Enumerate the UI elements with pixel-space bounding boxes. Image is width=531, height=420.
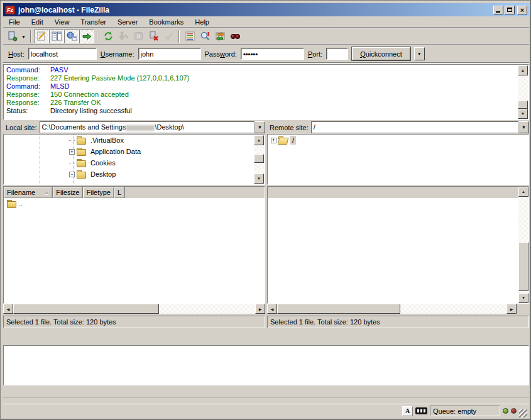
- menu-item[interactable]: Edit: [26, 18, 49, 26]
- menu-item[interactable]: Server: [112, 18, 143, 26]
- transfer-queue-header: [3, 333, 529, 345]
- scroll-down-icon[interactable]: ▼: [518, 293, 528, 303]
- toolbar-separator: [30, 30, 31, 43]
- menu-item[interactable]: Bookmarks: [143, 18, 189, 26]
- toggle-local-tree-button[interactable]: [49, 30, 64, 43]
- scrollbar-thumb[interactable]: [518, 242, 528, 291]
- local-directory-tree: .VirtualBox + Application Data Cookies -…: [3, 134, 265, 185]
- quickconnect-button[interactable]: Quickconnect: [352, 47, 410, 60]
- column-header[interactable]: Filename ▲: [4, 187, 53, 198]
- scrollbar-thumb[interactable]: [13, 304, 159, 314]
- scroll-up-icon[interactable]: ▲: [254, 135, 264, 145]
- folder-icon: [77, 170, 86, 179]
- tree-expander[interactable]: +: [69, 149, 75, 155]
- chevron-down-icon[interactable]: ▼: [255, 121, 265, 133]
- port-input[interactable]: [326, 48, 348, 60]
- menu-item[interactable]: File: [3, 18, 26, 26]
- tree-expander[interactable]: +: [271, 138, 276, 143]
- tree-item[interactable]: + /: [268, 135, 528, 146]
- local-site-path: C:\Documents and Settings\Desktop\: [40, 121, 255, 133]
- ..[interactable]: ..: [4, 198, 265, 209]
- tree-expander[interactable]: [69, 140, 75, 141]
- status-bar: A Queue: empty: [3, 404, 529, 417]
- close-icon: ×: [518, 6, 527, 14]
- message-log: Command: PASV Response: 227 Entering Pas…: [3, 64, 529, 120]
- host-input[interactable]: [28, 48, 97, 60]
- remote-list-hscrollbar[interactable]: ◀ ▶: [267, 304, 517, 314]
- remote-site-combo[interactable]: / ▼: [311, 121, 529, 133]
- quickconnect-dropdown[interactable]: ▼: [414, 47, 425, 60]
- scroll-right-icon[interactable]: ▶: [255, 304, 265, 314]
- toggle-transfer-queue-button[interactable]: [79, 30, 94, 43]
- scrollbar-thumb[interactable]: [277, 304, 400, 314]
- username-label: Username:: [101, 50, 134, 58]
- menu-item[interactable]: Transfer: [75, 18, 112, 26]
- log-scrollbar[interactable]: ▲ ▼: [518, 65, 528, 119]
- scroll-up-icon[interactable]: ▲: [518, 187, 528, 197]
- site-manager-button[interactable]: [4, 30, 19, 43]
- column-header[interactable]: Filesize ▲: [53, 187, 83, 198]
- site-manager-dropdown[interactable]: ▼: [19, 30, 28, 43]
- transfer-queue-list[interactable]: [3, 345, 529, 385]
- toolbar: ▼: [3, 29, 529, 44]
- remote-list-scrollbar[interactable]: ▲ ▼: [518, 187, 528, 303]
- ascii-type-icon: A: [402, 406, 413, 416]
- tree-expander[interactable]: -: [69, 172, 75, 177]
- disconnect-button[interactable]: [146, 30, 161, 43]
- scroll-down-icon[interactable]: ▼: [254, 174, 264, 184]
- log-line: Response: 227 Entering Passive Mode (127…: [4, 74, 518, 82]
- remote-site-label: Remote site:: [267, 124, 311, 131]
- refresh-button[interactable]: [101, 30, 116, 43]
- cancel-operation-button[interactable]: [131, 30, 146, 43]
- tree-item[interactable]: .VirtualBox: [4, 135, 265, 146]
- scrollbar-thumb[interactable]: [254, 154, 264, 163]
- reconnect-button[interactable]: [161, 30, 176, 43]
- local-site-combo[interactable]: C:\Documents and Settings\Desktop\ ▼: [40, 121, 265, 133]
- speed-limit-icon: [415, 407, 427, 414]
- tree-expander[interactable]: [69, 163, 75, 163]
- menu-item[interactable]: Help: [189, 18, 215, 26]
- scrollbar-thumb[interactable]: [518, 101, 528, 109]
- local-tree-scrollbar[interactable]: ▲ ▼: [254, 135, 264, 184]
- menu-item[interactable]: View: [49, 18, 75, 26]
- folder-icon: [77, 147, 86, 156]
- remote-site-row: Remote site: / ▼: [267, 121, 529, 133]
- scroll-left-icon[interactable]: ◀: [3, 304, 13, 314]
- log-line: Response: 226 Transfer OK: [4, 99, 518, 107]
- toggle-message-log-button[interactable]: [34, 30, 49, 43]
- tree-item[interactable]: Cookies: [4, 157, 265, 169]
- maximize-button[interactable]: [505, 6, 515, 14]
- directory-comparison-button[interactable]: [197, 30, 212, 43]
- app-icon: Fz: [5, 6, 15, 14]
- window-title: john@localhost - FileZilla: [18, 6, 492, 14]
- process-queue-button[interactable]: [116, 30, 131, 43]
- username-input[interactable]: [138, 48, 201, 60]
- minimize-icon: [496, 11, 500, 13]
- scroll-right-icon[interactable]: ▶: [506, 304, 517, 314]
- resize-grip[interactable]: [519, 409, 527, 417]
- local-list-hscrollbar[interactable]: ◀ ▶: [3, 304, 265, 314]
- title-bar[interactable]: Fz john@localhost - FileZilla ×: [3, 3, 529, 16]
- tree-item[interactable]: + Application Data: [4, 146, 265, 157]
- remote-selection-status: Selected 1 file. Total size: 120 bytes: [267, 316, 529, 328]
- minimize-button[interactable]: [493, 6, 503, 14]
- queue-status: Queue: empty: [430, 406, 500, 416]
- toggle-remote-tree-button[interactable]: [64, 30, 79, 43]
- scroll-up-icon[interactable]: ▲: [518, 65, 528, 75]
- column-header[interactable]: Filetype ▲: [83, 187, 114, 198]
- find-files-button[interactable]: [227, 30, 243, 43]
- close-button[interactable]: ×: [517, 6, 527, 14]
- password-input[interactable]: [241, 48, 304, 60]
- scroll-down-icon[interactable]: ▼: [518, 109, 528, 119]
- sort-ascending-icon: ▲: [44, 190, 49, 196]
- host-label: Host:: [8, 50, 25, 58]
- tree-item[interactable]: - Desktop: [4, 169, 265, 180]
- folder-icon: [77, 136, 86, 145]
- synchronized-browsing-button[interactable]: [212, 30, 227, 43]
- toolbar-separator: [97, 30, 98, 43]
- filter-button[interactable]: [182, 30, 197, 43]
- scroll-left-icon[interactable]: ◀: [267, 304, 277, 314]
- quickconnect-bar: Host: Username: Password: Port: Quickcon…: [3, 45, 529, 62]
- column-header[interactable]: L ▲: [114, 187, 125, 198]
- chevron-down-icon[interactable]: ▼: [518, 121, 529, 133]
